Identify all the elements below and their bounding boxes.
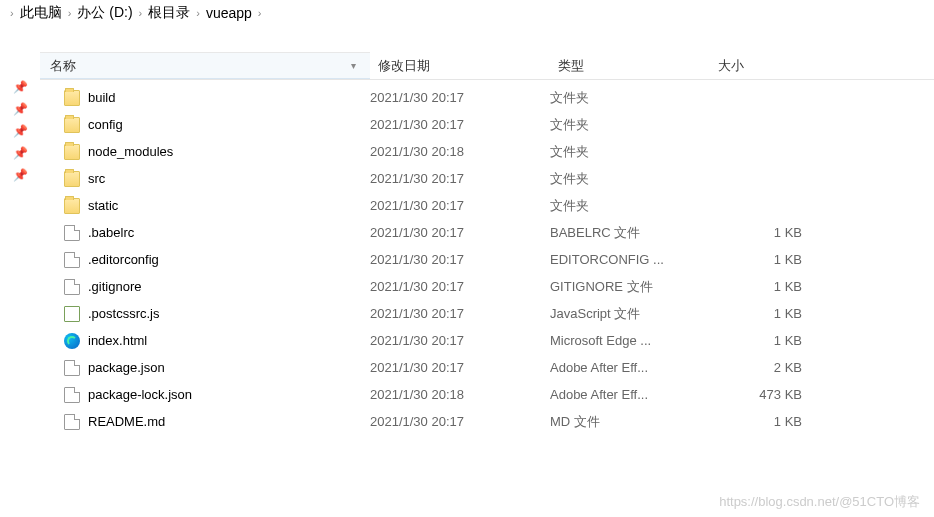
cell-type: 文件夹	[550, 197, 710, 215]
cell-name: .editorconfig	[64, 252, 370, 268]
file-row[interactable]: package.json2021/1/30 20:17Adobe After E…	[40, 354, 934, 381]
file-row[interactable]: build2021/1/30 20:17文件夹	[40, 84, 934, 111]
cell-size: 2 KB	[710, 360, 820, 375]
file-list: 名称 ▾ 修改日期 类型 大小 build2021/1/30 20:17文件夹c…	[40, 52, 934, 435]
file-icon	[64, 387, 80, 403]
sort-indicator-icon: ▾	[351, 60, 356, 71]
pin-icon[interactable]: 📌	[13, 124, 28, 138]
cell-type: JavaScript 文件	[550, 305, 710, 323]
cell-name: config	[64, 117, 370, 133]
chevron-right-icon: ›	[139, 7, 143, 19]
cell-type: Microsoft Edge ...	[550, 333, 710, 348]
file-name: index.html	[88, 333, 147, 348]
breadcrumb-item[interactable]: 根目录	[148, 4, 190, 22]
folder-icon	[64, 90, 80, 106]
cell-name: .postcssrc.js	[64, 306, 370, 322]
cell-size: 1 KB	[710, 306, 820, 321]
chevron-right-icon: ›	[258, 7, 262, 19]
file-row[interactable]: .babelrc2021/1/30 20:17BABELRC 文件1 KB	[40, 219, 934, 246]
file-row[interactable]: index.html2021/1/30 20:17Microsoft Edge …	[40, 327, 934, 354]
cell-date: 2021/1/30 20:17	[370, 306, 550, 321]
cell-date: 2021/1/30 20:17	[370, 90, 550, 105]
cell-type: BABELRC 文件	[550, 224, 710, 242]
chevron-right-icon: ›	[196, 7, 200, 19]
folder-icon	[64, 171, 80, 187]
file-icon	[64, 279, 80, 295]
cell-date: 2021/1/30 20:18	[370, 144, 550, 159]
quick-access-pins: 📌 📌 📌 📌 📌	[0, 52, 40, 435]
file-name: package-lock.json	[88, 387, 192, 402]
file-name: .postcssrc.js	[88, 306, 160, 321]
cell-type: Adobe After Eff...	[550, 360, 710, 375]
cell-type: 文件夹	[550, 143, 710, 161]
file-icon	[64, 414, 80, 430]
file-row[interactable]: static2021/1/30 20:17文件夹	[40, 192, 934, 219]
cell-type: Adobe After Eff...	[550, 387, 710, 402]
cell-date: 2021/1/30 20:17	[370, 225, 550, 240]
breadcrumb-item[interactable]: vueapp	[206, 5, 252, 21]
cell-size: 1 KB	[710, 279, 820, 294]
cell-date: 2021/1/30 20:17	[370, 333, 550, 348]
header-size[interactable]: 大小	[710, 52, 820, 79]
cell-date: 2021/1/30 20:17	[370, 117, 550, 132]
cell-size: 473 KB	[710, 387, 820, 402]
header-name[interactable]: 名称 ▾	[40, 52, 370, 79]
header-name-label: 名称	[50, 57, 76, 75]
js-icon	[64, 306, 80, 322]
file-name: build	[88, 90, 115, 105]
cell-date: 2021/1/30 20:17	[370, 198, 550, 213]
cell-name: node_modules	[64, 144, 370, 160]
cell-name: static	[64, 198, 370, 214]
file-name: node_modules	[88, 144, 173, 159]
folder-icon	[64, 198, 80, 214]
file-row[interactable]: README.md2021/1/30 20:17MD 文件1 KB	[40, 408, 934, 435]
file-icon	[64, 252, 80, 268]
cell-type: EDITORCONFIG ...	[550, 252, 710, 267]
chevron-right-icon: ›	[10, 7, 14, 19]
file-row[interactable]: .gitignore2021/1/30 20:17GITIGNORE 文件1 K…	[40, 273, 934, 300]
file-name: .babelrc	[88, 225, 134, 240]
file-row[interactable]: .postcssrc.js2021/1/30 20:17JavaScript 文…	[40, 300, 934, 327]
file-row[interactable]: config2021/1/30 20:17文件夹	[40, 111, 934, 138]
cell-name: package-lock.json	[64, 387, 370, 403]
cell-name: build	[64, 90, 370, 106]
cell-date: 2021/1/30 20:17	[370, 360, 550, 375]
cell-date: 2021/1/30 20:17	[370, 414, 550, 429]
file-name: README.md	[88, 414, 165, 429]
cell-name: package.json	[64, 360, 370, 376]
pin-icon[interactable]: 📌	[13, 168, 28, 182]
breadcrumb-item[interactable]: 办公 (D:)	[77, 4, 132, 22]
header-type[interactable]: 类型	[550, 52, 710, 79]
cell-type: 文件夹	[550, 89, 710, 107]
file-name: config	[88, 117, 123, 132]
folder-icon	[64, 117, 80, 133]
file-row[interactable]: src2021/1/30 20:17文件夹	[40, 165, 934, 192]
file-row[interactable]: node_modules2021/1/30 20:18文件夹	[40, 138, 934, 165]
breadcrumb[interactable]: › 此电脑 › 办公 (D:) › 根目录 › vueapp ›	[0, 0, 934, 32]
file-row[interactable]: .editorconfig2021/1/30 20:17EDITORCONFIG…	[40, 246, 934, 273]
pin-icon[interactable]: 📌	[13, 146, 28, 160]
edge-icon	[64, 333, 80, 349]
pin-icon[interactable]: 📌	[13, 80, 28, 94]
file-name: package.json	[88, 360, 165, 375]
file-name: static	[88, 198, 118, 213]
folder-icon	[64, 144, 80, 160]
header-date[interactable]: 修改日期	[370, 52, 550, 79]
cell-size: 1 KB	[710, 225, 820, 240]
file-name: .gitignore	[88, 279, 141, 294]
file-row[interactable]: package-lock.json2021/1/30 20:18Adobe Af…	[40, 381, 934, 408]
cell-date: 2021/1/30 20:17	[370, 171, 550, 186]
cell-name: .babelrc	[64, 225, 370, 241]
cell-size: 1 KB	[710, 414, 820, 429]
cell-date: 2021/1/30 20:18	[370, 387, 550, 402]
pin-icon[interactable]: 📌	[13, 102, 28, 116]
column-headers: 名称 ▾ 修改日期 类型 大小	[40, 52, 934, 80]
breadcrumb-item[interactable]: 此电脑	[20, 4, 62, 22]
cell-type: 文件夹	[550, 116, 710, 134]
chevron-right-icon: ›	[68, 7, 72, 19]
cell-type: 文件夹	[550, 170, 710, 188]
file-name: src	[88, 171, 105, 186]
watermark: https://blog.csdn.net/@51CTO博客	[719, 493, 920, 511]
cell-size: 1 KB	[710, 333, 820, 348]
cell-name: .gitignore	[64, 279, 370, 295]
